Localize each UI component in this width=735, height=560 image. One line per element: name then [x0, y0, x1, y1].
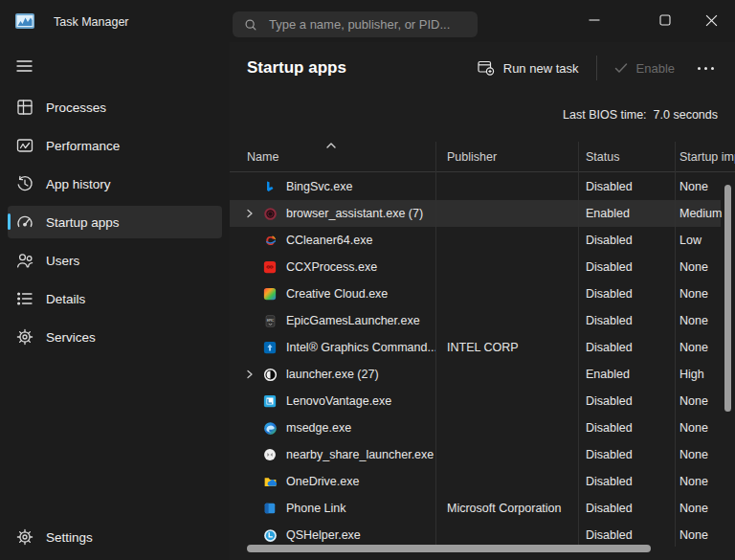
lenovo-vantage-icon — [262, 393, 278, 409]
table-row[interactable]: msedge.exe Disabled None — [230, 414, 735, 441]
checkmark-icon — [614, 62, 628, 74]
search-input[interactable]: Type a name, publisher, or PID... — [233, 11, 478, 37]
cell-startup-impact: None — [675, 475, 735, 488]
nearby-share-icon — [262, 447, 278, 462]
cell-name: C CCleaner64.exe — [230, 233, 435, 248]
sidebar-item-settings[interactable]: Settings — [8, 521, 222, 553]
run-new-task-button[interactable]: Run new task — [470, 55, 587, 81]
details-icon — [15, 289, 34, 308]
table-row[interactable]: Intel® Graphics Command... INTEL CORP Di… — [230, 334, 735, 361]
cell-status: Disabled — [578, 421, 675, 435]
main-panel: Startup apps Run new task Enable Last BI… — [230, 42, 735, 560]
table-row[interactable]: launcher.exe (27) Enabled High — [230, 361, 735, 388]
cell-name: OneDrive.exe — [230, 474, 435, 489]
table-row[interactable]: EPIC EpicGamesLauncher.exe Disabled None — [230, 307, 735, 334]
table-row[interactable]: Phone Link Microsoft Corporation Disable… — [230, 495, 735, 522]
enable-label: Enable — [636, 61, 675, 76]
cell-status: Disabled — [578, 314, 675, 327]
navigation-menu-button[interactable] — [8, 52, 42, 80]
table-row[interactable]: C CCleaner64.exe Disabled Low — [230, 227, 735, 254]
cell-status: Disabled — [578, 260, 675, 274]
sidebar-nav: Processes Performance App history Startu… — [0, 91, 230, 359]
column-divider — [435, 142, 436, 547]
gear-icon — [15, 527, 34, 547]
cell-status: Disabled — [578, 394, 675, 408]
table-row[interactable]: browser_assistant.exe (7) Enabled Medium — [230, 200, 735, 227]
column-divider — [578, 142, 579, 547]
header-actions: Run new task Enable — [470, 55, 724, 81]
table-row[interactable]: nearby_share_launcher.exe Disabled None — [230, 441, 735, 468]
task-manager-window: Task Manager Type a name, publisher, or … — [0, 0, 735, 560]
table-row[interactable]: CCXProcess.exe Disabled None — [230, 254, 735, 280]
last-bios-value: 7.0 seconds — [654, 108, 718, 122]
browser-assistant-icon — [262, 206, 278, 221]
ccxprocess-icon — [262, 259, 278, 275]
last-bios-label: Last BIOS time: — [563, 108, 647, 122]
table-row[interactable]: Creative Cloud.exe Disabled None — [230, 280, 735, 307]
sidebar-item-processes[interactable]: Processes — [8, 91, 222, 123]
minimize-button[interactable] — [577, 6, 612, 34]
ellipsis-icon — [698, 67, 701, 70]
table-body: BingSvc.exe Disabled None browser_assist… — [230, 173, 735, 549]
cell-name: Intel® Graphics Command... — [230, 340, 435, 355]
maximize-button[interactable] — [648, 6, 682, 34]
creative-cloud-icon — [262, 286, 278, 302]
cell-status: Disabled — [578, 502, 675, 515]
services-icon — [15, 327, 34, 347]
cell-status: Enabled — [578, 368, 675, 381]
svg-text:EPIC: EPIC — [266, 318, 274, 322]
intel-graphics-icon — [262, 340, 278, 355]
sidebar-settings-wrap: Settings — [0, 521, 230, 559]
qshelper-icon — [262, 527, 278, 543]
cell-name: browser_assistant.exe (7) — [230, 206, 435, 221]
sidebar-item-startup-apps[interactable]: Startup apps — [8, 206, 222, 238]
column-header-startup-impact[interactable]: Startup impact — [675, 142, 735, 171]
sidebar: Processes Performance App history Startu… — [0, 42, 230, 560]
cell-name: QSHelper.exe — [230, 527, 435, 543]
sidebar-item-app-history[interactable]: App history — [8, 168, 222, 200]
cell-startup-impact: None — [675, 421, 735, 435]
cell-status: Disabled — [578, 234, 675, 247]
msedge-icon — [262, 420, 278, 436]
launcher-icon — [262, 367, 278, 382]
table-header: Name Publisher Status Startup impact — [230, 142, 735, 172]
table-row[interactable]: LenovoVantage.exe Disabled None — [230, 388, 735, 414]
table-row[interactable]: BingSvc.exe Disabled None — [230, 173, 735, 200]
horizontal-scrollbar[interactable] — [247, 545, 651, 552]
sidebar-item-services[interactable]: Services — [8, 321, 222, 353]
cell-name: nearby_share_launcher.exe — [230, 447, 435, 462]
chevron-right-icon[interactable] — [245, 370, 262, 379]
sidebar-item-users[interactable]: Users — [8, 244, 222, 277]
chevron-right-icon[interactable] — [245, 209, 262, 218]
table-row[interactable]: OneDrive.exe Disabled None — [230, 468, 735, 495]
cell-publisher: INTEL CORP — [435, 341, 578, 354]
app-history-icon — [15, 174, 34, 193]
cell-status: Disabled — [578, 180, 675, 193]
bingsvc-icon — [262, 179, 278, 194]
page-header: Startup apps Run new task Enable — [230, 53, 735, 83]
sidebar-item-details[interactable]: Details — [8, 282, 222, 315]
column-header-publisher[interactable]: Publisher — [435, 142, 578, 171]
task-manager-logo-icon — [15, 13, 34, 29]
page-title: Startup apps — [247, 58, 346, 78]
more-options-button[interactable] — [688, 59, 724, 78]
search-placeholder: Type a name, publisher, or PID... — [269, 17, 450, 32]
sidebar-item-performance[interactable]: Performance — [8, 129, 222, 162]
cell-status: Disabled — [578, 528, 675, 542]
cell-status: Disabled — [578, 341, 675, 354]
cell-startup-impact: None — [675, 448, 735, 461]
cell-name: Creative Cloud.exe — [230, 286, 435, 302]
last-bios-time: Last BIOS time: 7.0 seconds — [563, 108, 718, 122]
cell-name: EPIC EpicGamesLauncher.exe — [230, 313, 435, 328]
epic-games-icon: EPIC — [262, 313, 278, 328]
close-button[interactable] — [694, 6, 728, 34]
cell-name: BingSvc.exe — [230, 179, 435, 194]
enable-button[interactable]: Enable — [607, 56, 682, 81]
cell-startup-impact: None — [675, 528, 735, 542]
app-title: Task Manager — [54, 15, 129, 29]
phone-link-icon — [262, 501, 278, 516]
vertical-scrollbar[interactable] — [724, 185, 731, 412]
column-header-status[interactable]: Status — [578, 142, 675, 171]
cell-status: Disabled — [578, 287, 675, 301]
onedrive-icon — [262, 474, 278, 489]
